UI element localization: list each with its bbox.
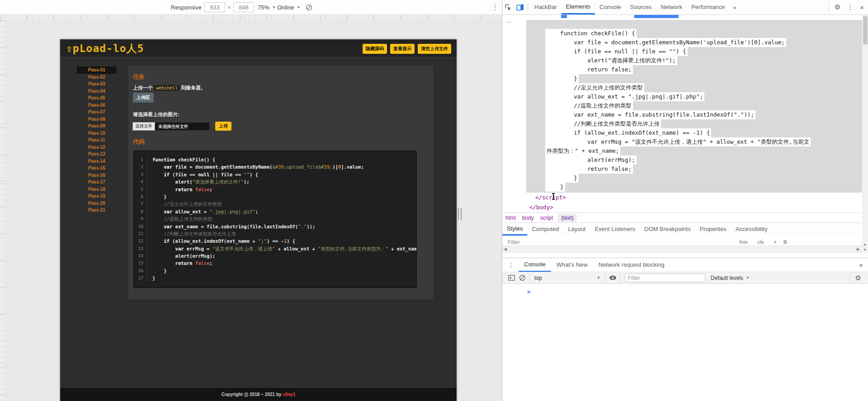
dom-text-line[interactable]: var ext_name = file.substring(file.lastI… xyxy=(545,110,755,119)
viewport-resize-handle[interactable] xyxy=(458,208,462,220)
upload-area-badge[interactable]: 上传区 xyxy=(133,93,154,103)
more-tabs-button[interactable]: » xyxy=(730,4,740,11)
eye-icon[interactable] xyxy=(607,275,618,280)
sidebar-tab-dom-breakpoints[interactable]: DOM Breakpoints xyxy=(640,223,695,236)
throttling-select[interactable]: Online ▼ xyxy=(277,0,301,14)
dom-text-line[interactable]: var allow_ext = ".jpg|.png|.gif|.php"; xyxy=(545,92,704,101)
dom-text-line[interactable]: //判断上传文件类型是否允许上传 xyxy=(545,119,661,128)
dom-text-line[interactable]: } xyxy=(545,174,579,183)
viewport-height-input[interactable] xyxy=(233,2,254,12)
dom-text-line[interactable]: } xyxy=(545,74,579,83)
inspect-element-icon[interactable] xyxy=(502,0,514,14)
pass-nav-item[interactable]: Pass-19 xyxy=(77,193,117,200)
dom-text-line[interactable]: //定义允许上传的文件类型 xyxy=(545,83,644,92)
drawer-tab-network-request-blocking[interactable]: Network request blocking xyxy=(593,258,670,272)
dom-text-line[interactable]: } xyxy=(545,183,565,192)
choose-file-button[interactable]: 选择文件 xyxy=(132,122,155,131)
scroll-up-icon[interactable]: ▲ xyxy=(863,242,867,246)
console-prompt-icon[interactable]: > xyxy=(527,288,531,295)
pass-nav-item[interactable]: Pass-06 xyxy=(77,102,117,109)
upload-button[interactable]: 上传 xyxy=(215,122,231,131)
pass-nav-item[interactable]: Pass-12 xyxy=(77,144,117,151)
sidebar-tab-accessibility[interactable]: Accessibility xyxy=(731,223,772,236)
dom-text-line[interactable]: //提取上传文件的类型 xyxy=(545,101,633,110)
scroll-down-icon[interactable]: ▼ xyxy=(863,248,867,252)
collapsed-content-icon[interactable]: ⋯ xyxy=(506,19,512,25)
sidebar-tab-computed[interactable]: Computed xyxy=(527,223,563,236)
viewport-width-input[interactable] xyxy=(204,2,225,12)
log-levels-select[interactable]: Default levels ▼ xyxy=(711,275,750,281)
dom-text-line[interactable]: var file = document.getElementsByName('u… xyxy=(545,38,786,47)
pass-nav-item[interactable]: Pass-18 xyxy=(77,186,117,193)
dom-text-line[interactable]: alert(errMsg); xyxy=(545,156,637,165)
device-toolbar-toggle-icon[interactable] xyxy=(514,0,526,14)
horizontal-scrollbar[interactable]: ◀ ▶ xyxy=(502,245,862,253)
pass-nav-item[interactable]: Pass-07 xyxy=(77,109,117,116)
zoom-select[interactable]: 75% ▼ xyxy=(258,0,276,14)
elements-tree[interactable]: ⋯ function checkFile() { var file = docu… xyxy=(502,15,868,212)
dom-text-line[interactable]: function checkFile() { xyxy=(545,29,637,38)
dom-text-line[interactable]: if (allow_ext.indexOf(ext_name) == -1) { xyxy=(545,128,711,137)
pass-nav-item[interactable]: Pass-11 xyxy=(77,137,117,144)
drawer-tab-what's-new[interactable]: What's New xyxy=(551,258,593,272)
devtools-tab-elements[interactable]: Elements xyxy=(561,0,595,14)
pass-nav-item[interactable]: Pass-09 xyxy=(77,123,117,130)
sidebar-tab-properties[interactable]: Properties xyxy=(695,223,731,236)
header-action-button[interactable]: 隐藏源码 xyxy=(363,44,387,54)
devtools-tab-network[interactable]: Network xyxy=(656,0,687,14)
dom-text-line[interactable]: if (file == null || file == "") { xyxy=(545,47,688,56)
dom-text-line[interactable]: alert("请选择要上传的文件!"); xyxy=(545,56,677,65)
devtools-tab-hackbar[interactable]: HackBar xyxy=(530,0,561,14)
console-sidebar-icon[interactable] xyxy=(506,275,517,281)
breadcrumb-item[interactable]: (text) xyxy=(558,214,576,222)
device-toolbar-menu-icon[interactable]: ⋮ xyxy=(492,3,499,11)
header-action-button[interactable]: 清空上传文件 xyxy=(418,44,451,54)
pass-nav-item[interactable]: Pass-01 xyxy=(77,66,117,74)
sidebar-tab-styles[interactable]: Styles xyxy=(502,223,527,236)
settings-gear-icon[interactable]: ⚙ xyxy=(831,3,844,11)
file-input-value[interactable]: 未选择任何文件 xyxy=(155,123,209,130)
pass-nav-item[interactable]: Pass-13 xyxy=(77,151,117,158)
breadcrumb-item[interactable]: script xyxy=(537,214,557,222)
pass-nav-item[interactable]: Pass-10 xyxy=(77,130,117,137)
pass-nav-item[interactable]: Pass-21 xyxy=(77,207,117,214)
scroll-right-icon[interactable]: ▶ xyxy=(857,247,860,251)
close-drawer-icon[interactable]: × xyxy=(854,261,868,269)
new-rule-icon[interactable]: + xyxy=(774,239,776,245)
devtools-tab-sources[interactable]: Sources xyxy=(626,0,656,14)
pass-nav-item[interactable]: Pass-05 xyxy=(77,94,117,102)
drawer-menu-icon[interactable]: ⋮ xyxy=(502,261,519,269)
device-type-select[interactable]: Responsive ▼ xyxy=(171,0,208,14)
pass-nav-item[interactable]: Pass-17 xyxy=(77,179,117,186)
vertical-scrollbar[interactable]: ▲ ▼ xyxy=(862,15,868,253)
dom-text-line[interactable]: var errMsg = "该文件不允许上传，请上传" + allow_ext … xyxy=(545,137,811,146)
pass-nav-item[interactable]: Pass-02 xyxy=(77,74,117,81)
pass-nav-item[interactable]: Pass-14 xyxy=(77,158,117,165)
dom-text-line[interactable]: return false; xyxy=(545,65,633,74)
close-devtools-icon[interactable]: × xyxy=(856,4,868,11)
computed-overlay-icon[interactable]: ⧉ xyxy=(783,239,787,245)
pass-nav-item[interactable]: Pass-20 xyxy=(77,200,117,207)
devtools-tab-console[interactable]: Console xyxy=(595,0,626,14)
drawer-tab-console[interactable]: Console xyxy=(519,258,551,272)
header-action-button[interactable]: 查看提示 xyxy=(390,44,415,54)
breadcrumb-item[interactable]: html xyxy=(502,214,519,222)
console-log-area[interactable]: > xyxy=(502,284,868,401)
dom-text-line[interactable]: 件类型为：" + ext_name; xyxy=(545,146,620,156)
sidebar-tab-layout[interactable]: Layout xyxy=(563,223,590,236)
console-settings-icon[interactable]: ⚙ xyxy=(852,274,865,282)
author-link[interactable]: c0ny1 xyxy=(283,392,295,397)
hover-state-toggle[interactable]: :hov xyxy=(738,239,748,245)
body-closing-tag[interactable]: </body> xyxy=(529,204,553,211)
pass-nav-item[interactable]: Pass-16 xyxy=(77,172,117,179)
sidebar-tab-event-listeners[interactable]: Event Listeners xyxy=(590,223,640,236)
console-filter-input[interactable] xyxy=(625,274,705,282)
pass-nav-item[interactable]: Pass-04 xyxy=(77,88,117,95)
breadcrumb-item[interactable]: body xyxy=(519,214,537,222)
class-toggle[interactable]: .cls xyxy=(756,239,764,245)
script-closing-tag[interactable]: </script> xyxy=(535,194,566,201)
dom-text-line[interactable]: return false; xyxy=(545,165,633,174)
scrollbar-thumb[interactable] xyxy=(863,16,868,44)
devtools-tab-performance[interactable]: Performance xyxy=(687,0,729,14)
script-text-selection[interactable]: function checkFile() { var file = docume… xyxy=(526,20,868,193)
